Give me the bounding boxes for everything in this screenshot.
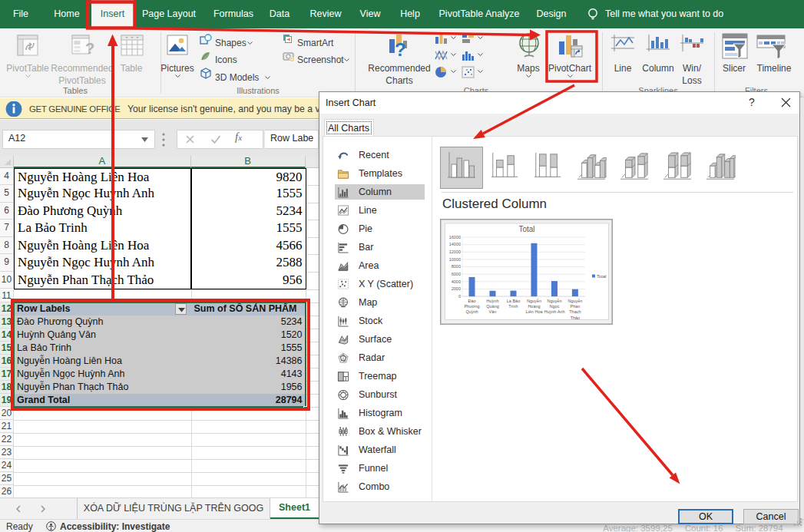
svg-text:Vân: Vân — [489, 309, 497, 314]
svg-text:Nguyễn: Nguyễn — [548, 299, 562, 303]
svg-text:Total: Total — [597, 274, 607, 279]
svg-text:14000: 14000 — [449, 242, 461, 246]
svg-text:10000: 10000 — [449, 257, 461, 262]
svg-text:4000: 4000 — [452, 279, 461, 284]
svg-text:Đào: Đào — [468, 299, 475, 303]
svg-text:Nguyễn: Nguyễn — [567, 299, 582, 303]
svg-text:Huỳnh: Huỳnh — [487, 299, 499, 303]
svg-text:La Bảo: La Bảo — [507, 299, 520, 303]
svg-text:Thạch: Thạch — [569, 309, 581, 314]
svg-text:0: 0 — [458, 294, 461, 299]
svg-text:?: ? — [395, 39, 406, 58]
svg-text:Total: Total — [518, 225, 534, 233]
svg-text:Nguyễn: Nguyễn — [527, 299, 541, 303]
svg-text:Trinh: Trinh — [508, 304, 518, 309]
svg-text:Ngọc: Ngọc — [550, 304, 560, 309]
svg-text:Quỳnh: Quỳnh — [465, 309, 478, 314]
svg-text:12000: 12000 — [449, 249, 461, 254]
svg-text:?: ? — [85, 40, 94, 57]
svg-text:Huỳnh Anh: Huỳnh Anh — [544, 309, 565, 314]
svg-text:Liên Hoa: Liên Hoa — [525, 309, 543, 314]
svg-text:Hoàng: Hoàng — [528, 304, 540, 309]
svg-text:Quảng: Quảng — [486, 304, 499, 309]
svg-text:Thảo: Thảo — [571, 316, 581, 320]
svg-text:6000: 6000 — [452, 272, 461, 276]
svg-text:8000: 8000 — [452, 264, 461, 269]
svg-text:16000: 16000 — [449, 235, 461, 240]
svg-text:Phương: Phương — [464, 304, 479, 309]
svg-text:Phan: Phan — [570, 304, 580, 309]
svg-text:2000: 2000 — [452, 286, 461, 291]
